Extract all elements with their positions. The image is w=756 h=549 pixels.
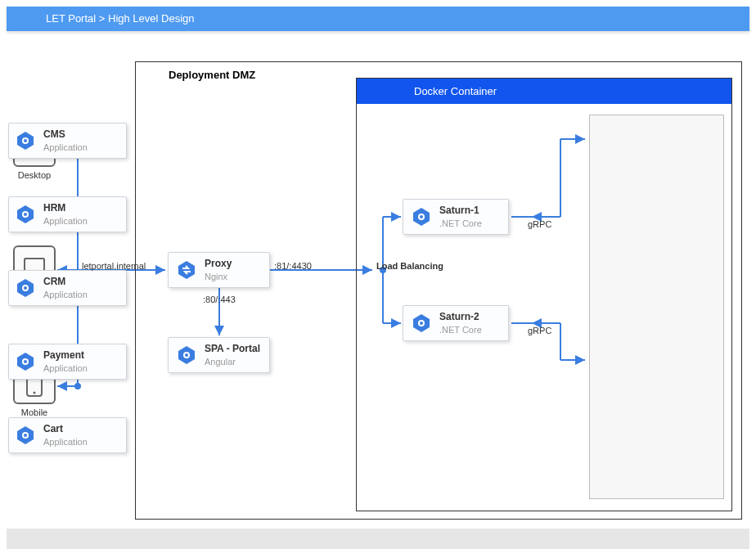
app-icon	[16, 352, 35, 371]
node-sub: Application	[43, 362, 88, 374]
node-sub: Nginx	[205, 271, 232, 282]
proxy-icon	[177, 260, 196, 280]
node-title: CRM	[43, 276, 88, 289]
label-port80: :80/:443	[203, 295, 236, 304]
node-title: HRM	[43, 202, 88, 215]
node-sub: Angular	[205, 356, 260, 367]
device-label: Mobile	[11, 407, 57, 417]
app-icon	[16, 425, 35, 445]
app-icon	[177, 345, 196, 365]
node-title: SPA - Portal	[205, 343, 260, 356]
node-crm: CRMApplication	[8, 270, 127, 306]
breadcrumb: LET Portal > High Level Design	[46, 12, 195, 25]
header-bar: LET Portal > High Level Design	[7, 7, 749, 31]
node-title: Payment	[43, 349, 88, 362]
node-hrm: HRMApplication	[8, 196, 127, 232]
label-loadbalancing: Load Balancing	[376, 261, 443, 271]
node-sub: Application	[43, 215, 88, 227]
svg-point-2	[75, 384, 80, 389]
node-title: Saturn-1	[439, 205, 482, 218]
node-saturn1: Saturn-1 .NET Core	[403, 199, 509, 235]
node-cart: CartApplication	[8, 417, 127, 453]
app-icon	[16, 278, 35, 298]
svg-rect-25	[25, 259, 44, 271]
label-port81: :81/:4430	[274, 261, 312, 271]
node-sub: .NET Core	[439, 324, 482, 335]
node-title: Saturn-2	[439, 311, 482, 324]
node-saturn2: Saturn-2 .NET Core	[403, 305, 509, 341]
label-grpc2: gRPC	[528, 326, 551, 335]
service-icon	[412, 207, 431, 227]
node-sub: Application	[43, 142, 88, 153]
app-icon	[16, 205, 35, 224]
node-sub: Application	[43, 436, 88, 448]
apps-group	[589, 115, 724, 499]
node-payment: PaymentApplication	[8, 344, 127, 380]
service-icon	[412, 313, 431, 333]
app-icon	[16, 131, 35, 151]
node-sub: .NET Core	[439, 218, 482, 229]
svg-point-27	[34, 392, 36, 394]
node-proxy: Proxy Nginx	[168, 252, 270, 288]
node-title: CMS	[43, 128, 88, 142]
label-grpc1: gRPC	[528, 219, 551, 229]
dmz-title: Deployment DMZ	[169, 69, 255, 81]
node-sub: Application	[43, 289, 88, 300]
diagram-canvas: Desktop Laptop Mobile Deployment DMZ Doc…	[0, 33, 756, 529]
docker-title: Docker Container	[357, 79, 731, 104]
node-title: Proxy	[205, 258, 232, 271]
node-spa: SPA - Portal Angular	[168, 337, 270, 373]
label-letportal: letportal.internal	[82, 261, 146, 271]
node-title: Cart	[43, 423, 88, 436]
footer-bar	[7, 529, 749, 549]
node-cms: CMSApplication	[8, 123, 127, 159]
device-label: Desktop	[11, 170, 57, 180]
